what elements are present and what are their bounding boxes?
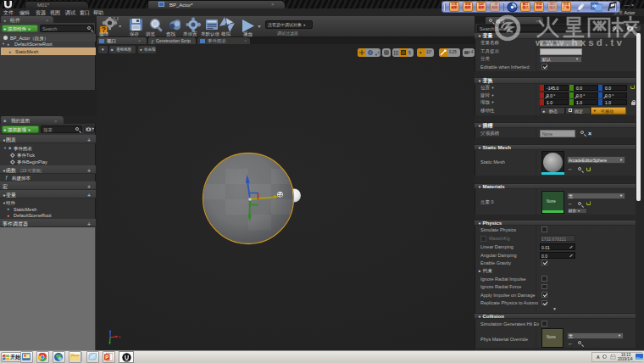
svg-text:P: P xyxy=(105,355,108,360)
svg-text:www.hxsd.tv: www.hxsd.tv xyxy=(535,37,625,47)
svg-text:x: x xyxy=(119,335,121,339)
